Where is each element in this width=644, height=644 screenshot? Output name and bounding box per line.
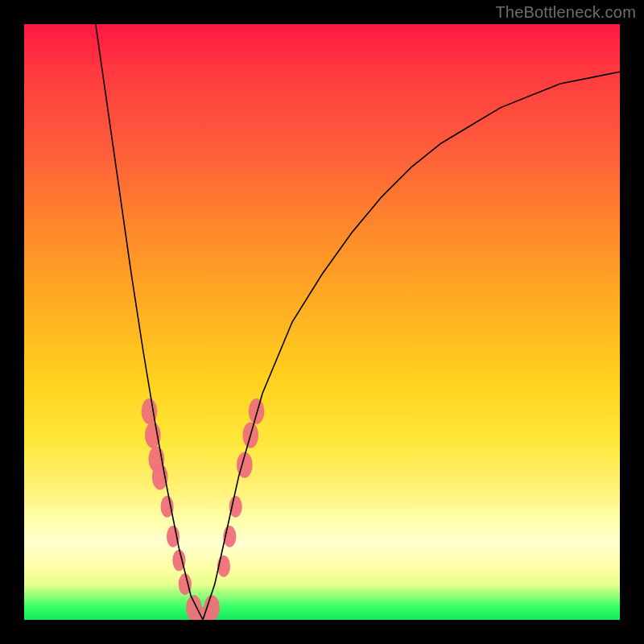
curve-marker [145, 423, 161, 448]
plot-area [24, 24, 620, 620]
marker-group [142, 398, 265, 620]
watermark-text: TheBottleneck.com [495, 3, 636, 22]
curve-marker [249, 398, 265, 424]
chart-svg [24, 24, 620, 620]
chart-frame: TheBottleneck.com [0, 0, 644, 644]
curve-marker [204, 595, 220, 620]
curve-marker [229, 496, 242, 518]
